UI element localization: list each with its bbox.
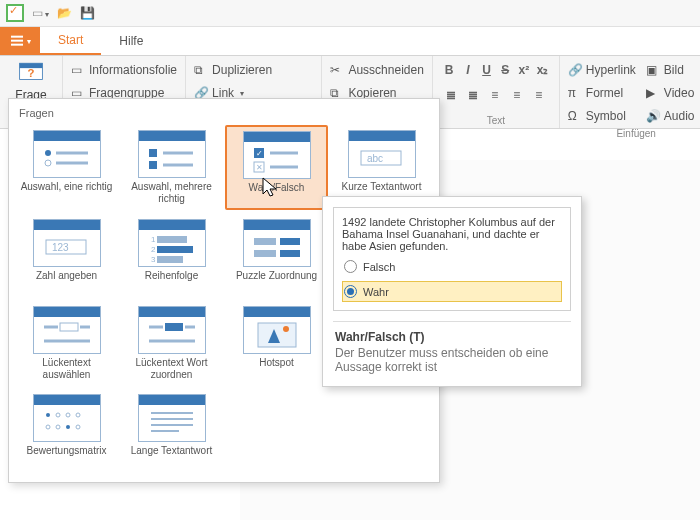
gallery-item-10[interactable]: Hotspot — [225, 301, 328, 385]
svg-rect-10 — [149, 149, 157, 157]
italic-button[interactable]: I — [460, 60, 477, 80]
svg-point-44 — [283, 326, 289, 332]
align-right-icon[interactable]: ≡ — [529, 85, 549, 105]
gallery-item-label: Bewertungsmatrix — [26, 445, 106, 467]
gallery-item-label: Lückentext Wort zuordnen — [123, 357, 220, 380]
informationsfolie-button[interactable]: ▭Informationsfolie — [71, 60, 177, 80]
svg-point-52 — [76, 425, 80, 429]
underline-button[interactable]: U — [478, 60, 495, 80]
svg-rect-2 — [11, 44, 23, 46]
svg-point-45 — [46, 413, 50, 417]
svg-rect-11 — [149, 161, 157, 169]
svg-point-47 — [66, 413, 70, 417]
svg-rect-29 — [157, 256, 183, 263]
svg-point-6 — [45, 150, 51, 156]
gallery-item-label: Auswahl, mehrere richtig — [123, 181, 220, 204]
question-tooltip: 1492 landete Christopher Kolumbus auf de… — [322, 196, 582, 387]
group-label-text: Text — [441, 115, 551, 126]
svg-text:✕: ✕ — [255, 163, 262, 172]
gallery-thumb: abc — [348, 130, 416, 178]
align-left-icon[interactable]: ≡ — [485, 85, 505, 105]
formel-button[interactable]: πFormel — [568, 83, 636, 103]
gallery-thumb — [138, 306, 206, 354]
svg-point-50 — [56, 425, 60, 429]
tab-strip: ▾ Start Hilfe — [0, 27, 700, 56]
tooltip-desc: Der Benutzer muss entscheiden ob eine Au… — [323, 344, 581, 386]
preview-option-false: Falsch — [342, 256, 562, 277]
new-icon[interactable]: ▭▾ — [32, 6, 49, 20]
svg-rect-42 — [258, 323, 296, 347]
bullets-icon[interactable]: ≣ — [441, 85, 461, 105]
svg-rect-27 — [157, 246, 193, 253]
bild-button[interactable]: ▣Bild — [646, 60, 700, 80]
gallery-thumb — [138, 394, 206, 442]
gallery-thumb: ✓✕ — [243, 131, 311, 179]
gallery-item-4[interactable]: 123Zahl angeben — [15, 214, 118, 297]
svg-text:1: 1 — [151, 235, 156, 244]
video-button[interactable]: ▶Video — [646, 83, 700, 103]
gallery-thumb — [243, 306, 311, 354]
super-button[interactable]: x² — [516, 60, 533, 80]
preview-option-true: Wahr — [342, 281, 562, 302]
gallery-item-label: Lückentext auswählen — [18, 357, 115, 380]
svg-text:?: ? — [28, 67, 35, 79]
duplizieren-button[interactable]: ⧉Duplizieren — [194, 60, 313, 80]
gallery-thumb — [33, 306, 101, 354]
bold-button[interactable]: B — [441, 60, 458, 80]
gallery-item-label: Puzzle Zuordnung — [236, 270, 317, 292]
tab-start[interactable]: Start — [40, 27, 101, 55]
gallery-item-label: Lange Textantwort — [131, 445, 213, 467]
gallery-item-13[interactable]: Lange Textantwort — [120, 389, 223, 472]
ausschneiden-button[interactable]: ✂Ausschneiden — [330, 60, 423, 80]
svg-text:2: 2 — [151, 245, 156, 254]
preview-question-text: 1492 landete Christopher Kolumbus auf de… — [342, 216, 562, 252]
gallery-item-label: Hotspot — [259, 357, 293, 379]
gallery-item-5[interactable]: 123Reihenfolge — [120, 214, 223, 297]
hyperlink-button[interactable]: 🔗Hyperlink — [568, 60, 636, 80]
gallery-item-label: Auswahl, eine richtig — [21, 181, 113, 203]
gallery-thumb — [243, 219, 311, 267]
svg-rect-0 — [11, 36, 23, 38]
svg-rect-30 — [254, 238, 276, 245]
svg-rect-32 — [254, 250, 276, 257]
svg-point-46 — [56, 413, 60, 417]
quick-access-toolbar: ▭▾ 📂 💾 — [0, 0, 700, 27]
svg-rect-25 — [157, 236, 187, 243]
svg-rect-33 — [280, 250, 300, 257]
audio-button[interactable]: 🔊Audio▾ — [646, 106, 700, 126]
gallery-thumb — [138, 130, 206, 178]
tooltip-preview: 1492 landete Christopher Kolumbus auf de… — [333, 207, 571, 311]
gallery-item-0[interactable]: Auswahl, eine richtig — [15, 125, 118, 210]
svg-text:abc: abc — [367, 153, 383, 164]
svg-point-48 — [76, 413, 80, 417]
gallery-item-label: Zahl angeben — [36, 270, 97, 292]
sub-button[interactable]: x₂ — [534, 60, 551, 80]
open-icon[interactable]: 📂 — [57, 6, 72, 20]
file-tab[interactable]: ▾ — [0, 27, 40, 55]
numbers-icon[interactable]: ≣ — [463, 85, 483, 105]
gallery-title: Fragen — [15, 105, 433, 125]
svg-text:123: 123 — [52, 242, 69, 253]
svg-point-51 — [66, 425, 70, 429]
svg-text:3: 3 — [151, 255, 156, 264]
strike-button[interactable]: S — [497, 60, 514, 80]
gallery-thumb — [33, 394, 101, 442]
gallery-thumb — [33, 130, 101, 178]
align-center-icon[interactable]: ≡ — [507, 85, 527, 105]
tab-help[interactable]: Hilfe — [101, 27, 161, 55]
gallery-item-12[interactable]: Bewertungsmatrix — [15, 389, 118, 472]
app-icon — [6, 4, 24, 22]
svg-text:✓: ✓ — [255, 149, 262, 158]
tooltip-name: Wahr/Falsch (T) — [323, 324, 581, 344]
gallery-item-8[interactable]: Lückentext auswählen — [15, 301, 118, 385]
save-icon[interactable]: 💾 — [80, 6, 95, 20]
svg-rect-1 — [11, 40, 23, 42]
gallery-item-1[interactable]: Auswahl, mehrere richtig — [120, 125, 223, 210]
symbol-button[interactable]: ΩSymbol — [568, 106, 636, 126]
group-label-insert: Einfügen — [568, 128, 700, 139]
gallery-item-6[interactable]: Puzzle Zuordnung — [225, 214, 328, 297]
svg-point-7 — [45, 160, 51, 166]
cursor-icon — [260, 176, 280, 203]
svg-rect-35 — [60, 323, 78, 331]
gallery-item-9[interactable]: Lückentext Wort zuordnen — [120, 301, 223, 385]
